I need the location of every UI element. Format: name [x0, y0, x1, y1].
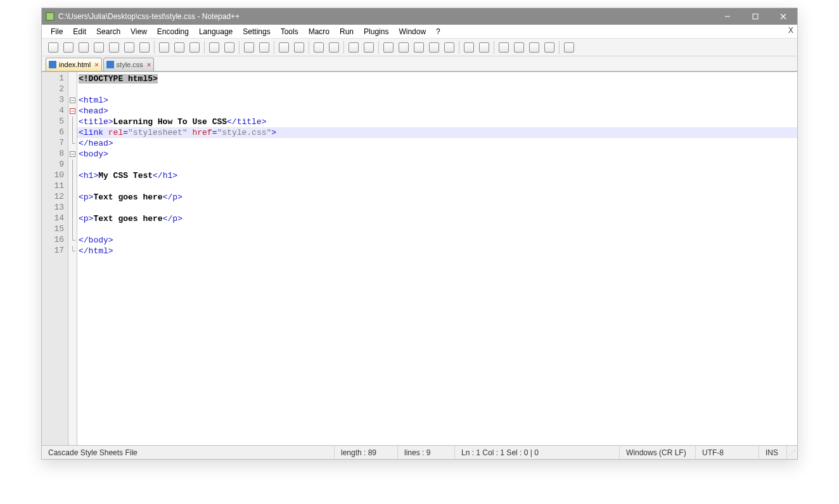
- toolbar-monitor-button[interactable]: [477, 41, 492, 54]
- line-number-gutter[interactable]: 1234567891011121314151617: [42, 72, 68, 445]
- toolbar-stop-button[interactable]: [511, 41, 527, 54]
- menu-window[interactable]: Window: [394, 26, 431, 37]
- toolbar-replace-button[interactable]: [257, 41, 272, 54]
- line-number[interactable]: 12: [42, 192, 68, 203]
- line-number[interactable]: 4: [42, 106, 68, 117]
- fold-cell[interactable]: [68, 224, 77, 235]
- toolbar-paste-button[interactable]: [187, 41, 202, 54]
- code-line[interactable]: <head>: [77, 106, 797, 117]
- tab-index-html[interactable]: index.html×: [46, 58, 102, 71]
- code-line[interactable]: <p>Text goes here</p>: [77, 192, 797, 203]
- resize-grip[interactable]: ⋰: [787, 449, 797, 456]
- menu-?[interactable]: ?: [431, 26, 445, 37]
- code-line[interactable]: <link rel="stylesheet" href="style.css">: [77, 127, 797, 138]
- code-line[interactable]: [77, 224, 797, 235]
- line-number[interactable]: 14: [42, 213, 68, 224]
- code-line[interactable]: [77, 160, 797, 170]
- toolbar-record-button[interactable]: [496, 41, 511, 54]
- line-number[interactable]: 8: [42, 149, 68, 160]
- menu-settings[interactable]: Settings: [238, 26, 275, 37]
- code-line[interactable]: </head>: [77, 138, 797, 149]
- toolbar-close-button[interactable]: [106, 41, 122, 54]
- fold-cell[interactable]: [68, 213, 77, 224]
- titlebar[interactable]: C:\Users\Julia\Desktop\css-test\style.cs…: [42, 8, 797, 25]
- line-number[interactable]: 7: [42, 138, 68, 149]
- fold-cell[interactable]: [68, 73, 77, 84]
- toolbar-redo-button[interactable]: [222, 41, 237, 54]
- toolbar-find-button[interactable]: [241, 41, 257, 54]
- secondary-close-button[interactable]: X: [788, 26, 793, 35]
- code-line[interactable]: <body>: [77, 149, 797, 160]
- toolbar-cut-button[interactable]: [157, 41, 172, 54]
- code-line[interactable]: [77, 181, 797, 192]
- code-area[interactable]: <!DOCTYPE html5><html><head><title>Learn…: [77, 72, 797, 445]
- fold-cell[interactable]: −: [68, 95, 77, 106]
- code-line[interactable]: [77, 84, 797, 95]
- toolbar-open-button[interactable]: [61, 41, 76, 54]
- code-line[interactable]: </body>: [77, 235, 797, 246]
- toolbar-show-all-button[interactable]: [361, 41, 376, 54]
- line-number[interactable]: 2: [42, 84, 68, 95]
- toolbar-sync-h-button[interactable]: [326, 41, 342, 54]
- toolbar-play-button[interactable]: [527, 41, 542, 54]
- toolbar-abc-button[interactable]: [561, 41, 577, 54]
- code-line[interactable]: <!DOCTYPE html5>: [77, 73, 797, 84]
- fold-cell[interactable]: [68, 138, 77, 149]
- line-number[interactable]: 1: [42, 73, 68, 84]
- code-line[interactable]: </html>: [77, 246, 797, 256]
- toolbar-close-all-button[interactable]: [122, 41, 137, 54]
- line-number[interactable]: 11: [42, 181, 68, 192]
- fold-minus-icon[interactable]: −: [70, 151, 75, 157]
- fold-cell[interactable]: [68, 117, 77, 127]
- menu-encoding[interactable]: Encoding: [152, 26, 194, 37]
- menu-view[interactable]: View: [125, 26, 152, 37]
- line-number[interactable]: 3: [42, 95, 68, 106]
- menu-search[interactable]: Search: [91, 26, 125, 37]
- toolbar-save-button[interactable]: [76, 41, 91, 54]
- toolbar-wrap-button[interactable]: [346, 41, 361, 54]
- fold-cell[interactable]: [68, 160, 77, 170]
- code-line[interactable]: <html>: [77, 95, 797, 106]
- toolbar-zoom-in-button[interactable]: [276, 41, 291, 54]
- fold-cell[interactable]: −: [68, 149, 77, 160]
- line-number[interactable]: 17: [42, 246, 68, 256]
- toolbar-lang-button[interactable]: [396, 41, 411, 54]
- menu-file[interactable]: File: [46, 26, 68, 37]
- fold-cell[interactable]: [68, 84, 77, 95]
- line-number[interactable]: 15: [42, 224, 68, 235]
- line-number[interactable]: 13: [42, 203, 68, 213]
- code-line[interactable]: [77, 203, 797, 213]
- fold-minus-icon[interactable]: −: [70, 108, 75, 114]
- fold-minus-icon[interactable]: −: [70, 98, 75, 103]
- toolbar-copy-button[interactable]: [172, 41, 187, 54]
- toolbar-save-all-button[interactable]: [91, 41, 106, 54]
- menu-edit[interactable]: Edit: [68, 26, 91, 37]
- code-line[interactable]: <p>Text goes here</p>: [77, 213, 797, 224]
- line-number[interactable]: 6: [42, 127, 68, 138]
- toolbar-zoom-out-button[interactable]: [291, 41, 307, 54]
- toolbar-fold-button[interactable]: [411, 41, 426, 54]
- fold-cell[interactable]: [68, 181, 77, 192]
- fold-cell[interactable]: [68, 203, 77, 213]
- toolbar-play-multi-button[interactable]: [542, 41, 557, 54]
- toolbar-new-button[interactable]: [46, 41, 61, 54]
- fold-cell[interactable]: [68, 235, 77, 246]
- toolbar-undo-button[interactable]: [207, 41, 222, 54]
- line-number[interactable]: 5: [42, 117, 68, 127]
- tab-close-icon[interactable]: ×: [94, 61, 98, 68]
- tab-style-css[interactable]: style.css×: [103, 58, 155, 71]
- menu-tools[interactable]: Tools: [276, 26, 304, 37]
- fold-cell[interactable]: [68, 246, 77, 256]
- toolbar-folder-button[interactable]: [461, 41, 477, 54]
- line-number[interactable]: 16: [42, 235, 68, 246]
- fold-cell[interactable]: [68, 192, 77, 203]
- code-line[interactable]: <h1>My CSS Test</h1>: [77, 170, 797, 181]
- fold-cell[interactable]: [68, 127, 77, 138]
- menu-run[interactable]: Run: [335, 26, 359, 37]
- fold-cell[interactable]: [68, 170, 77, 181]
- maximize-button[interactable]: [741, 8, 769, 25]
- line-number[interactable]: 9: [42, 160, 68, 170]
- toolbar-print-button[interactable]: [137, 41, 152, 54]
- toolbar-unfold-button[interactable]: [426, 41, 442, 54]
- menu-macro[interactable]: Macro: [304, 26, 335, 37]
